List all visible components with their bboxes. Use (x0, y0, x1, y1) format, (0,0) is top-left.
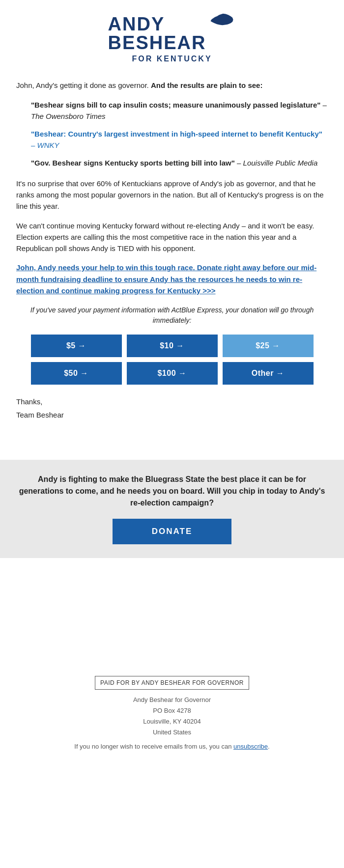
body-paragraph-2: We can't continue moving Kentucky forwar… (16, 220, 328, 254)
blockquote-section: "Beshear signs bill to cap insulin costs… (16, 100, 328, 169)
quote-item-3: "Gov. Beshear signs Kentucky sports bett… (31, 158, 328, 169)
actblue-note: If you've saved your payment information… (16, 305, 328, 326)
quote-2-text: "Beshear: Country's largest investment i… (31, 130, 322, 138)
logo-row: ANDY BESHEAR (108, 15, 236, 52)
footer-po-box: PO Box 4278 (153, 707, 191, 714)
footer-country: United States (153, 728, 191, 736)
thanks-text: Thanks, (16, 396, 328, 408)
donate-other-button[interactable]: Other → (223, 362, 314, 385)
logo-words: ANDY BESHEAR (108, 15, 206, 52)
donate-25-button[interactable]: $25 → (223, 335, 314, 357)
logo-subtitle: FOR KENTUCKY (108, 53, 236, 65)
cta-box-text: Andy is fighting to make the Bluegrass S… (15, 474, 329, 509)
quote-3-text: "Gov. Beshear signs Kentucky sports bett… (31, 159, 235, 167)
paid-for-disclaimer: PAID FOR BY ANDY BESHEAR FOR GOVERNOR (95, 676, 249, 690)
quote-3-source: – Louisville Public Media (237, 159, 317, 167)
footer-city-state-zip: Louisville, KY 40204 (143, 718, 201, 725)
footer: PAID FOR BY ANDY BESHEAR FOR GOVERNOR An… (0, 666, 344, 766)
donate-50-button[interactable]: $50 → (31, 362, 122, 385)
quote-item-1: "Beshear signs bill to cap insulin costs… (31, 100, 328, 122)
thanks-section: Thanks, Team Beshear (16, 396, 328, 420)
unsubscribe-link[interactable]: unsubscribe (233, 743, 268, 750)
team-text: Team Beshear (16, 410, 328, 421)
spacer-1 (0, 440, 344, 460)
logo-line1: ANDY (108, 15, 165, 33)
donation-buttons-group: $5 → $10 → $25 → $50 → $100 → Other → (16, 335, 328, 385)
cta-link[interactable]: John, Andy needs your help to win this t… (16, 262, 328, 296)
quote-1-text: "Beshear signs bill to cap insulin costs… (31, 101, 320, 109)
donate-main-button[interactable]: DONATE (113, 519, 232, 544)
intro-bold: And the results are plain to see: (151, 81, 263, 89)
main-content: John, Andy's getting it done as governor… (0, 75, 344, 440)
donate-100-button[interactable]: $100 → (127, 362, 218, 385)
spacer-2 (0, 568, 344, 666)
logo-container: ANDY BESHEAR FOR KENTUCKY (108, 15, 236, 65)
cta-box: Andy is fighting to make the Bluegrass S… (0, 460, 344, 558)
quote-2-source: – WNKY (31, 141, 59, 149)
donate-10-button[interactable]: $10 → (127, 335, 218, 357)
email-header: ANDY BESHEAR FOR KENTUCKY (0, 0, 344, 75)
body-paragraph-1: It's no surprise that over 60% of Kentuc… (16, 178, 328, 212)
quote-item-2: "Beshear: Country's largest investment i… (31, 129, 328, 151)
unsubscribe-text: If you no longer wish to receive emails … (10, 742, 334, 752)
donate-5-button[interactable]: $5 → (31, 335, 122, 357)
logo-line2: BESHEAR (108, 33, 206, 52)
footer-org-name: Andy Beshear for Governor (133, 696, 211, 703)
email-wrapper: ANDY BESHEAR FOR KENTUCKY John, Andy's g… (0, 0, 344, 766)
intro-paragraph: John, Andy's getting it done as governor… (16, 80, 328, 91)
kentucky-state-icon (209, 11, 236, 28)
footer-address: Andy Beshear for Governor PO Box 4278 Lo… (10, 695, 334, 738)
